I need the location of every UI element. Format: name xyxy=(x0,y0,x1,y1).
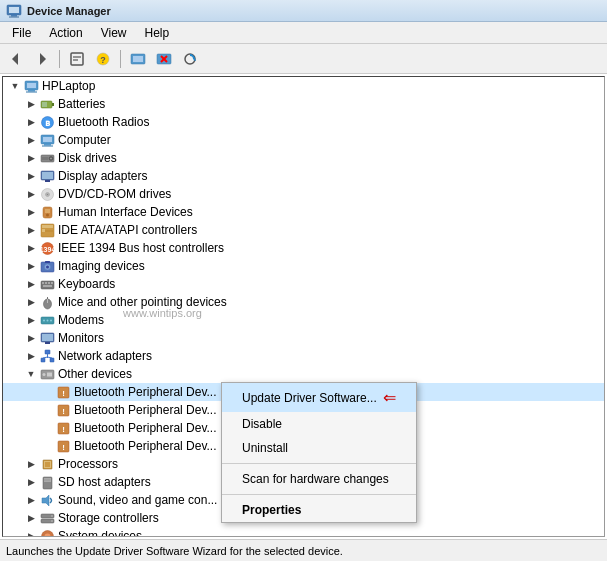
svg-rect-20 xyxy=(28,90,35,92)
menu-help[interactable]: Help xyxy=(137,24,178,42)
label-bt-peripheral-2: Bluetooth Peripheral Dev... xyxy=(74,403,217,417)
icon-dvd xyxy=(39,186,55,202)
window-title: Device Manager xyxy=(27,5,111,17)
tree-item-ide[interactable]: ▶ IDE ATA/ATAPI controllers xyxy=(3,221,604,239)
expand-icon-hplaptop: ▼ xyxy=(7,78,23,94)
icon-monitors xyxy=(39,330,55,346)
svg-rect-71 xyxy=(41,358,45,362)
expand-icon-ide: ▶ xyxy=(23,222,39,238)
ctx-uninstall-label: Uninstall xyxy=(242,441,288,455)
icon-disk-drives xyxy=(39,150,55,166)
tree-item-imaging[interactable]: ▶ Imaging devices xyxy=(3,257,604,275)
svg-rect-89 xyxy=(45,462,50,467)
label-keyboards: Keyboards xyxy=(58,277,115,291)
tree-item-keyboards[interactable]: ▶ Keyboards xyxy=(3,275,604,293)
ctx-uninstall[interactable]: Uninstall xyxy=(222,436,416,460)
label-imaging: Imaging devices xyxy=(58,259,145,273)
icon-bt-peripheral-1: ! xyxy=(55,384,71,400)
label-modems: Modems xyxy=(58,313,104,327)
icon-other-devices xyxy=(39,366,55,382)
svg-rect-47 xyxy=(42,229,45,232)
tree-item-modems[interactable]: ▶ Modems xyxy=(3,311,604,329)
label-bt-peripheral-3: Bluetooth Peripheral Dev... xyxy=(74,421,217,435)
toolbar-properties[interactable] xyxy=(65,47,89,71)
toolbar-help[interactable]: ? xyxy=(91,47,115,71)
ctx-disable[interactable]: Disable xyxy=(222,412,416,436)
icon-bt-peripheral-4: ! xyxy=(55,438,71,454)
toolbar: ? xyxy=(0,44,607,74)
tree-item-batteries[interactable]: ▶ Batteries xyxy=(3,95,604,113)
icon-bt-peripheral-3: ! xyxy=(55,420,71,436)
tree-item-network[interactable]: ▶ Network adapters xyxy=(3,347,604,365)
expand-icon-dvd: ▶ xyxy=(23,186,39,202)
svg-point-65 xyxy=(46,319,48,321)
expand-icon-bt-p4 xyxy=(39,438,55,454)
ctx-scan-hardware[interactable]: Scan for hardware changes xyxy=(222,467,416,491)
ctx-properties[interactable]: Properties xyxy=(222,498,416,522)
icon-computer xyxy=(39,132,55,148)
svg-rect-58 xyxy=(51,282,53,284)
icon-display-adapters xyxy=(39,168,55,184)
expand-icon-modems: ▶ xyxy=(23,312,39,328)
menu-view[interactable]: View xyxy=(93,24,135,42)
icon-storage xyxy=(39,510,55,526)
toolbar-update[interactable] xyxy=(126,47,150,71)
svg-point-52 xyxy=(46,265,49,268)
svg-text:!: ! xyxy=(62,425,65,434)
tree-item-hplaptop[interactable]: ▼ HPLaptop xyxy=(3,77,604,95)
icon-modems xyxy=(39,312,55,328)
tree-item-other-devices[interactable]: ▼ Other devices xyxy=(3,365,604,383)
label-monitors: Monitors xyxy=(58,331,104,345)
ctx-properties-label: Properties xyxy=(242,503,301,517)
label-dvd: DVD/CD-ROM drives xyxy=(58,187,171,201)
toolbar-scan[interactable] xyxy=(178,47,202,71)
label-hplaptop: HPLaptop xyxy=(42,79,95,93)
label-system: System devices xyxy=(58,529,142,537)
tree-item-display-adapters[interactable]: ▶ Display adapters xyxy=(3,167,604,185)
svg-rect-19 xyxy=(27,83,36,88)
device-tree[interactable]: ▼ HPLaptop ▶ xyxy=(2,76,605,537)
svg-text:?: ? xyxy=(100,55,106,65)
tree-item-system[interactable]: ▶ System devices xyxy=(3,527,604,537)
expand-icon-display-adapters: ▶ xyxy=(23,168,39,184)
toolbar-back[interactable] xyxy=(4,47,28,71)
icon-batteries xyxy=(39,96,55,112)
svg-rect-72 xyxy=(50,358,54,362)
svg-point-66 xyxy=(50,319,52,321)
icon-ide xyxy=(39,222,55,238)
menu-action[interactable]: Action xyxy=(41,24,90,42)
label-hid: Human Interface Devices xyxy=(58,205,193,219)
tree-item-disk-drives[interactable]: ▶ Disk drives xyxy=(3,149,604,167)
tree-item-computer[interactable]: ▶ Computer xyxy=(3,131,604,149)
svg-rect-24 xyxy=(42,102,47,107)
svg-point-33 xyxy=(50,157,52,159)
tree-item-mice[interactable]: ▶ Mice and other pointing devices xyxy=(3,293,604,311)
ctx-update-driver[interactable]: Update Driver Software... ⇐ xyxy=(222,383,416,412)
svg-rect-36 xyxy=(42,172,53,179)
expand-icon-sound: ▶ xyxy=(23,492,39,508)
icon-keyboards xyxy=(39,276,55,292)
tree-item-hid[interactable]: ▶ Human Interface Devices xyxy=(3,203,604,221)
expand-icon-batteries: ▶ xyxy=(23,96,39,112)
svg-point-98 xyxy=(51,515,53,517)
icon-system xyxy=(39,528,55,537)
ctx-sep-2 xyxy=(222,494,416,495)
svg-rect-53 xyxy=(45,261,50,263)
svg-rect-59 xyxy=(43,285,52,287)
svg-rect-34 xyxy=(42,157,48,160)
menu-bar: File Action View Help xyxy=(0,22,607,44)
tree-item-bluetooth-radios[interactable]: ▶ ʙ Bluetooth Radios xyxy=(3,113,604,131)
svg-marker-4 xyxy=(12,53,18,65)
toolbar-uninstall[interactable] xyxy=(152,47,176,71)
label-ide: IDE ATA/ATAPI controllers xyxy=(58,223,197,237)
tree-item-monitors[interactable]: ▶ Monitors xyxy=(3,329,604,347)
svg-rect-55 xyxy=(42,282,44,284)
status-text: Launches the Update Driver Software Wiza… xyxy=(6,545,343,557)
tree-item-ieee[interactable]: ▶ 1394 IEEE 1394 Bus host controllers xyxy=(3,239,604,257)
menu-file[interactable]: File xyxy=(4,24,39,42)
tree-item-dvd[interactable]: ▶ DVD/CD-ROM drives xyxy=(3,185,604,203)
toolbar-forward[interactable] xyxy=(30,47,54,71)
label-storage: Storage controllers xyxy=(58,511,159,525)
title-bar: Device Manager xyxy=(0,0,607,22)
svg-rect-28 xyxy=(43,137,52,142)
